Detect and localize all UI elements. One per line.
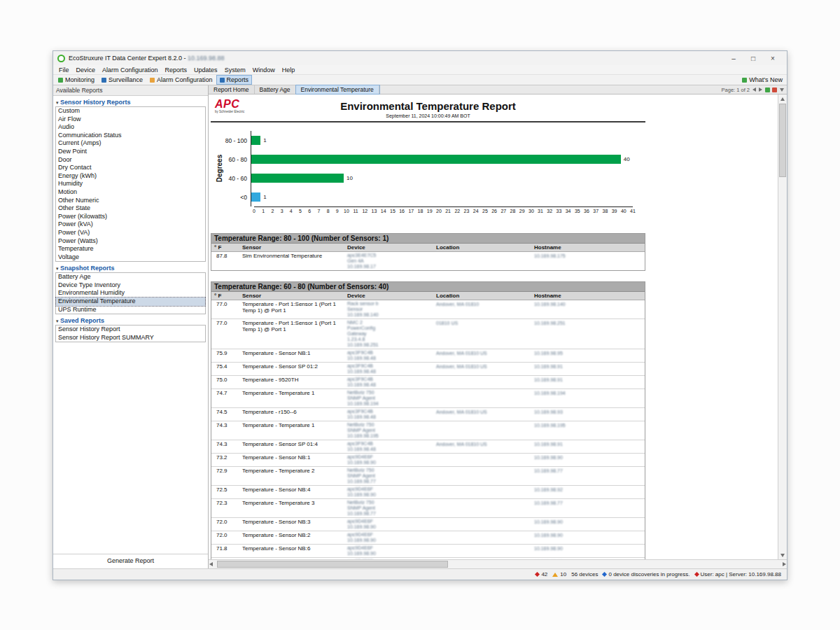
- generate-report-button[interactable]: Generate Report: [53, 554, 208, 568]
- report-item-sensor-history-report-summary[interactable]: Sensor History Report SUMMARY: [56, 334, 205, 342]
- report-item-ups-runtime[interactable]: UPS Runtime: [56, 306, 205, 314]
- whats-new-link[interactable]: What's New: [742, 76, 785, 83]
- status-item: 42: [536, 571, 547, 578]
- cell-temperature: 87.8: [211, 252, 239, 270]
- cell-sensor: Temperature - 9520TH: [239, 376, 344, 388]
- maximize-button[interactable]: □: [743, 55, 763, 62]
- menu-window[interactable]: Window: [249, 66, 279, 74]
- window-titlebar[interactable]: EcoStruxure IT Data Center Expert 8.2.0 …: [53, 51, 787, 65]
- tab-environmental-temperature[interactable]: Environmental Temperature: [296, 85, 379, 94]
- horizontal-scroll-thumb[interactable]: [217, 561, 448, 568]
- menu-file[interactable]: File: [55, 66, 73, 74]
- table-row: 75.0Temperature - 9520THapc3F9C4B10.169.…: [211, 376, 645, 389]
- menu-device[interactable]: Device: [73, 66, 99, 74]
- menu-system[interactable]: System: [221, 66, 249, 74]
- pagination-label: Page: 1 of 2: [722, 87, 750, 93]
- perspective-tabs: MonitoringSurveillanceAlarm Configuratio…: [55, 76, 251, 84]
- status-item: 10: [552, 571, 566, 578]
- report-item-custom[interactable]: Custom: [56, 107, 205, 115]
- report-item-temperature[interactable]: Temperature: [56, 245, 205, 253]
- cell-device: NetBotz 750SNMP Agent10.169.98.77: [344, 499, 433, 517]
- device-line: 10.169.98.90: [347, 551, 430, 556]
- report-item-dry-contact[interactable]: Dry Contact: [56, 164, 205, 172]
- report-item-power-watts[interactable]: Power (Watts): [56, 237, 205, 246]
- report-item-air-flow[interactable]: Air Flow: [56, 115, 205, 124]
- scroll-down-icon[interactable]: [778, 551, 787, 559]
- tab-battery-age[interactable]: Battery Age: [255, 85, 296, 94]
- device-line: 10.169.98.194: [347, 401, 430, 407]
- cell-hostname: 10.169.98.195: [531, 421, 645, 440]
- menu-alarm-configuration[interactable]: Alarm Configuration: [99, 66, 162, 74]
- minimize-button[interactable]: –: [724, 55, 743, 62]
- perspective-surveillance[interactable]: Surveillance: [99, 76, 146, 84]
- menu-updates[interactable]: Updates: [190, 66, 221, 74]
- report-item-current-amps[interactable]: Current (Amps): [56, 139, 205, 148]
- report-item-other-state[interactable]: Other State: [56, 204, 205, 213]
- report-toolbar: Page: 1 of 2: [722, 85, 787, 94]
- report-item-battery-age[interactable]: Battery Age: [56, 273, 205, 281]
- next-page-icon[interactable]: [759, 88, 762, 92]
- report-item-door[interactable]: Door: [56, 156, 205, 164]
- tab-overflow-icon[interactable]: [780, 88, 784, 92]
- perspective-monitoring[interactable]: Monitoring: [55, 76, 97, 84]
- horizontal-scrollbar[interactable]: [209, 559, 787, 568]
- scroll-left-icon[interactable]: [209, 562, 213, 566]
- cell-sensor: Temperature - Temperature 2: [239, 467, 344, 485]
- section-title-label: Snapshot Reports: [59, 265, 115, 272]
- device-line: apc3F9C4B: [347, 377, 430, 382]
- report-item-power-va[interactable]: Power (VA): [56, 229, 205, 237]
- report-item-environmental-humidity[interactable]: Environmental Humidity: [56, 289, 205, 298]
- export-pdf-icon[interactable]: [772, 88, 777, 92]
- export-csv-icon[interactable]: [765, 88, 770, 92]
- prev-page-icon[interactable]: [752, 88, 756, 92]
- device-line: apc9D4E6F: [347, 454, 430, 460]
- cell-sensor: Temperature - Port 1:Sensor 1 (Port 1 Te…: [239, 300, 344, 318]
- cell-device: NetBotz 750SNMP Agent10.169.98.194: [344, 389, 433, 407]
- report-item-energy-kwh[interactable]: Energy (kWh): [56, 172, 205, 181]
- report-item-sensor-history-report[interactable]: Sensor History Report: [56, 326, 205, 334]
- report-item-power-kilowatts[interactable]: Power (Kilowatts): [56, 213, 205, 221]
- device-line: Gen 4A: [347, 258, 430, 264]
- report-item-humidity[interactable]: Humidity: [56, 180, 205, 188]
- vertical-scrollbar[interactable]: [778, 94, 787, 559]
- cell-location: Andover, MA 01810: [433, 300, 531, 318]
- menu-help[interactable]: Help: [279, 66, 299, 74]
- device-line: 10.169.98.48: [347, 369, 430, 374]
- device-line: 10.169.98.77: [347, 479, 430, 484]
- section-sensor-history-reports[interactable]: ▾ Sensor History Reports: [55, 97, 206, 106]
- device-line: apc3F9C4B: [347, 350, 430, 356]
- cell-location: Andover, MA 01810 US: [433, 363, 531, 375]
- report-item-motion[interactable]: Motion: [56, 188, 205, 197]
- section-saved-reports[interactable]: ▾ Saved Reports: [55, 316, 206, 325]
- section-snapshot-reports[interactable]: ▾ Snapshot Reports: [55, 263, 206, 272]
- report-item-device-type-inventory[interactable]: Device Type Inventory: [56, 281, 205, 290]
- cell-location: [433, 467, 531, 485]
- report-item-audio[interactable]: Audio: [56, 123, 205, 132]
- perspective-alarm-configuration[interactable]: Alarm Configuration: [147, 76, 216, 84]
- device-line: 10.169.98.48: [347, 356, 430, 361]
- cell-location: Andover, MA 01810 US: [433, 440, 531, 453]
- cell-device: apc9D4E6F10.169.98.90: [344, 531, 433, 544]
- report-item-communication-status[interactable]: Communication Status: [56, 132, 205, 140]
- section-title-label: Sensor History Reports: [59, 99, 131, 106]
- chart-bar: [251, 136, 260, 145]
- menu-reports[interactable]: Reports: [162, 66, 191, 74]
- report-item-dew-point[interactable]: Dew Point: [56, 148, 205, 156]
- tab-report-home[interactable]: Report Home: [209, 85, 255, 94]
- cell-location: [433, 252, 531, 270]
- cell-location: [433, 389, 531, 407]
- report-item-power-kva[interactable]: Power (kVA): [56, 220, 205, 229]
- report-item-voltage[interactable]: Voltage: [56, 253, 205, 262]
- cell-location: 01810 US: [433, 319, 531, 349]
- report-item-other-numeric[interactable]: Other Numeric: [56, 197, 205, 205]
- scroll-right-icon[interactable]: [783, 562, 786, 566]
- perspective-reports[interactable]: Reports: [217, 76, 252, 84]
- report-item-environmental-temperature[interactable]: Environmental Temperature: [56, 298, 205, 306]
- panel-header: Available Reports: [53, 85, 208, 96]
- column-header-device: Device: [344, 292, 433, 300]
- close-button[interactable]: ×: [763, 55, 783, 62]
- menu-bar: FileDeviceAlarm ConfigurationReportsUpda…: [53, 65, 787, 75]
- vertical-scroll-thumb[interactable]: [779, 104, 786, 177]
- device-line: apc9D4E6F: [347, 532, 430, 538]
- device-line: apc3F9C4B: [347, 409, 430, 414]
